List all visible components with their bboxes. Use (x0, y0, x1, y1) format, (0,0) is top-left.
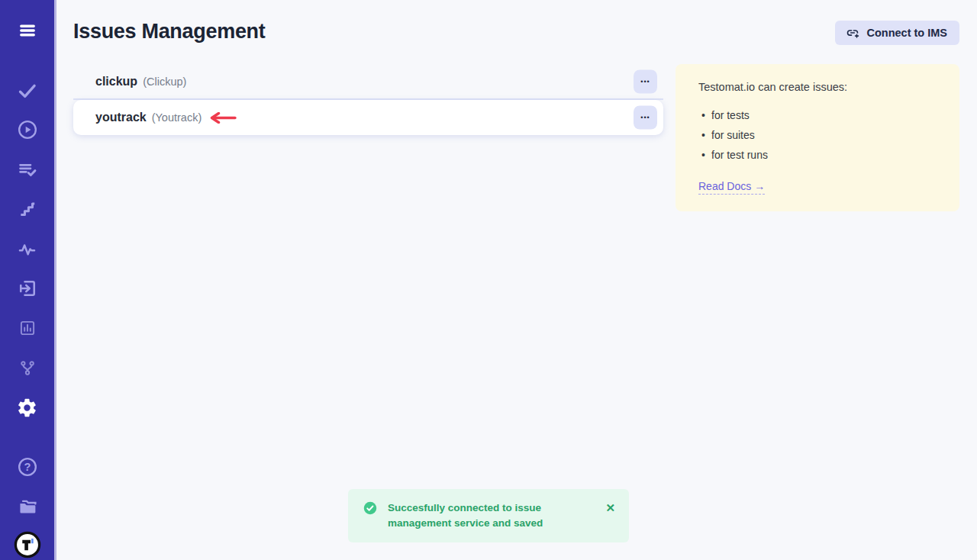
success-check-icon (363, 501, 377, 518)
sidebar: ? (0, 0, 56, 560)
ims-list: clickup (Clickup) ••• youtrack (Youtrack… (73, 65, 663, 135)
ims-name: youtrack (95, 111, 147, 124)
test-plans-list-check-icon[interactable] (12, 154, 43, 185)
info-bullet: for test runs (698, 149, 937, 162)
main-content: Issues Management Connect to IMS clickup… (59, 0, 977, 560)
ims-name: clickup (95, 75, 137, 89)
ims-provider: (Youtrack) (152, 111, 202, 124)
info-bullet: for suites (698, 129, 937, 142)
ims-row-clickup[interactable]: clickup (Clickup) ••• (73, 65, 663, 100)
info-bullet-list: for tests for suites for test runs (698, 109, 937, 162)
success-toast: Succesfully connected to issue managemen… (348, 489, 629, 542)
link-plus-icon (845, 25, 860, 40)
info-panel-title: Testomat.io can create issues: (698, 81, 937, 93)
connect-button-label: Connect to IMS (866, 27, 947, 39)
analytics-pulse-icon[interactable] (12, 233, 43, 264)
info-panel: Testomat.io can create issues: for tests… (676, 64, 959, 211)
steps-icon[interactable] (12, 194, 43, 224)
page-title: Issues Management (73, 20, 266, 43)
branches-icon[interactable] (12, 352, 43, 383)
reports-chart-icon[interactable] (12, 313, 43, 343)
svg-text:?: ? (24, 461, 31, 473)
toast-message: Succesfully connected to issue managemen… (388, 500, 596, 531)
ims-row-youtrack[interactable]: youtrack (Youtrack) ••• (73, 100, 663, 135)
sidebar-nav (12, 75, 43, 423)
import-icon[interactable] (12, 273, 43, 304)
sidebar-bottom: ? (12, 452, 43, 560)
toast-close-icon[interactable]: ✕ (605, 501, 615, 515)
help-icon[interactable]: ? (12, 452, 43, 482)
runs-play-icon[interactable] (12, 114, 43, 145)
settings-gear-icon[interactable] (12, 392, 43, 423)
row-menu-button[interactable]: ••• (634, 70, 657, 94)
tests-check-icon[interactable] (12, 75, 43, 105)
hamburger-menu-icon[interactable] (12, 15, 43, 46)
projects-folders-icon[interactable] (12, 491, 43, 521)
ellipsis-icon: ••• (640, 79, 650, 85)
row-menu-button[interactable]: ••• (634, 106, 657, 130)
ellipsis-icon: ••• (640, 114, 650, 121)
info-bullet: for tests (698, 109, 937, 122)
ims-provider: (Clickup) (143, 76, 186, 88)
read-docs-link[interactable]: Read Docs → (698, 180, 765, 195)
connect-to-ims-button[interactable]: Connect to IMS (835, 21, 959, 45)
testomatio-logo[interactable] (12, 529, 43, 560)
red-annotation-arrow-icon (208, 112, 237, 124)
